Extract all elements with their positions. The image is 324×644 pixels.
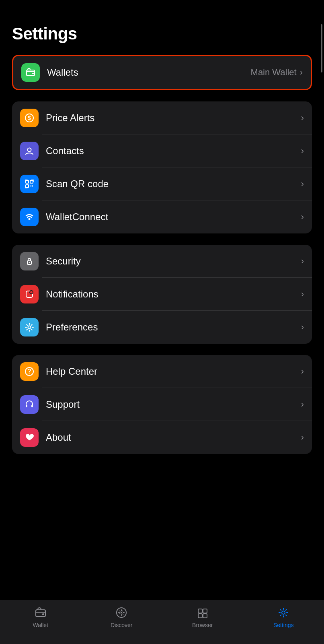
svg-rect-9: [32, 185, 33, 186]
browser-tab-icon: [196, 606, 209, 619]
page-title: Settings: [12, 24, 312, 43]
price-alerts-chevron: ›: [301, 113, 304, 123]
scan-qr-item[interactable]: Scan QR code ›: [12, 167, 312, 200]
svg-point-12: [29, 218, 31, 220]
support-chevron: ›: [301, 399, 304, 410]
about-icon: [20, 428, 39, 447]
about-item[interactable]: About ›: [12, 421, 312, 454]
tab-browser[interactable]: Browser: [162, 606, 243, 628]
scan-qr-chevron: ›: [301, 179, 304, 189]
svg-point-17: [28, 326, 31, 329]
svg-rect-10: [31, 186, 31, 187]
tab-bar: Wallet Discover Browser: [0, 600, 324, 644]
preferences-icon: [20, 318, 39, 336]
svg-rect-8: [31, 185, 31, 186]
price-alerts-label: Price Alerts: [46, 112, 301, 124]
group3: ? Help Center › Support ›: [12, 355, 312, 454]
contacts-icon: [20, 142, 39, 160]
preferences-label: Preferences: [46, 322, 301, 333]
notifications-icon: [20, 285, 39, 303]
svg-rect-6: [30, 180, 33, 183]
price-alerts-item[interactable]: $ Price Alerts ›: [12, 101, 312, 134]
svg-rect-11: [32, 186, 33, 187]
scan-qr-icon: [20, 175, 39, 193]
settings-tab-icon: [277, 606, 290, 619]
wallet-connect-label: WalletConnect: [46, 211, 301, 223]
svg-point-16: [30, 291, 33, 294]
support-item[interactable]: Support ›: [12, 388, 312, 421]
group2: Security › Notifications › Preferences ›: [12, 245, 312, 344]
scrollbar: [321, 24, 322, 72]
wallets-chevron: ›: [300, 67, 303, 78]
svg-point-25: [121, 612, 122, 613]
contacts-item[interactable]: Contacts ›: [12, 134, 312, 167]
price-alerts-icon: $: [20, 109, 39, 127]
notifications-chevron: ›: [301, 289, 304, 299]
svg-point-30: [282, 611, 285, 614]
notifications-item[interactable]: Notifications ›: [12, 278, 312, 311]
contacts-label: Contacts: [46, 145, 301, 157]
svg-rect-22: [36, 610, 45, 617]
wallet-connect-item[interactable]: WalletConnect ›: [12, 200, 312, 233]
security-icon: [20, 252, 39, 270]
contacts-chevron: ›: [301, 146, 304, 156]
preferences-item[interactable]: Preferences ›: [12, 311, 312, 344]
tab-wallet-label: Wallet: [33, 622, 48, 628]
svg-rect-21: [31, 405, 33, 407]
wallet-tab-icon: [34, 606, 47, 619]
wallet-connect-chevron: ›: [301, 212, 304, 222]
scan-qr-label: Scan QR code: [46, 178, 301, 190]
svg-rect-29: [203, 614, 207, 618]
support-label: Support: [46, 399, 301, 410]
svg-rect-23: [42, 613, 44, 615]
tab-discover-label: Discover: [111, 622, 132, 628]
support-icon: [20, 395, 39, 414]
about-chevron: ›: [301, 432, 304, 443]
notifications-label: Notifications: [46, 289, 301, 300]
wallet-connect-icon: [20, 208, 39, 226]
wallets-label: Wallets: [47, 67, 251, 78]
tab-browser-label: Browser: [192, 622, 213, 628]
svg-point-14: [29, 262, 30, 263]
svg-rect-1: [32, 73, 34, 74]
svg-rect-28: [198, 614, 202, 618]
svg-text:?: ?: [27, 368, 31, 375]
discover-tab-icon: [115, 606, 128, 619]
about-label: About: [46, 432, 301, 443]
settings-page: Settings Wallets Main Wallet › $: [0, 0, 324, 514]
help-center-item[interactable]: ? Help Center ›: [12, 355, 312, 388]
svg-rect-20: [26, 405, 27, 407]
tab-settings-label: Settings: [273, 622, 294, 628]
security-label: Security: [46, 256, 301, 267]
wallet-icon: [21, 63, 40, 82]
svg-point-4: [28, 148, 31, 152]
svg-rect-27: [203, 609, 207, 613]
wallets-value: Main Wallet: [251, 67, 297, 78]
svg-rect-7: [26, 185, 29, 188]
group1: $ Price Alerts › Contacts ›: [12, 101, 312, 233]
security-item[interactable]: Security ›: [12, 245, 312, 278]
help-center-chevron: ›: [301, 366, 304, 377]
svg-text:$: $: [28, 115, 31, 121]
security-chevron: ›: [301, 256, 304, 266]
preferences-chevron: ›: [301, 322, 304, 332]
wallets-menu-item[interactable]: Wallets Main Wallet ›: [13, 56, 311, 89]
tab-wallet[interactable]: Wallet: [0, 606, 81, 628]
svg-rect-5: [26, 180, 29, 183]
svg-rect-26: [198, 609, 202, 613]
wallets-section[interactable]: Wallets Main Wallet ›: [12, 55, 312, 90]
tab-discover[interactable]: Discover: [81, 606, 162, 628]
tab-settings[interactable]: Settings: [243, 606, 324, 628]
help-center-label: Help Center: [46, 366, 301, 377]
help-center-icon: ?: [20, 362, 39, 381]
